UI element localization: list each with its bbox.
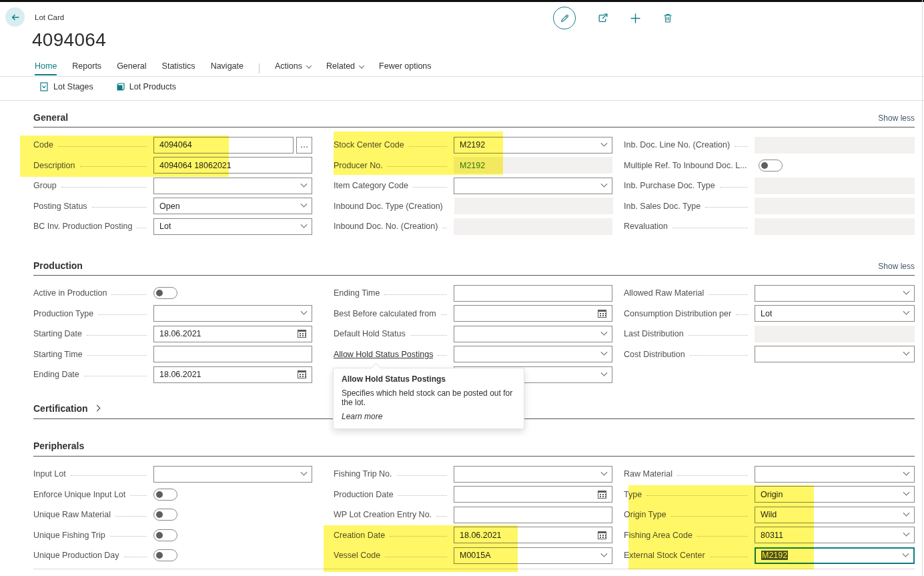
posting-status-select[interactable]: Open <box>153 198 312 214</box>
right-border <box>922 0 923 576</box>
type-control: Origin <box>755 486 915 503</box>
dotted-leader <box>124 557 147 557</box>
origin-type-select[interactable]: Wild <box>755 507 915 523</box>
tab-reports[interactable]: Reports <box>72 61 101 75</box>
best-before-calculated-from-input[interactable] <box>454 305 612 322</box>
chevron-down-icon[interactable] <box>903 550 909 557</box>
chevron-down-icon[interactable] <box>903 489 910 496</box>
allowed-raw-material-select[interactable] <box>755 285 915 302</box>
chevron-down-icon[interactable] <box>601 328 608 335</box>
bc-inv-production-posting-select[interactable]: Lot <box>153 218 312 235</box>
chevron-down-icon[interactable] <box>903 308 910 315</box>
chevron-down-icon[interactable] <box>601 349 608 356</box>
chevron-down-icon[interactable] <box>903 469 910 475</box>
stock-center-code-select[interactable]: M2192 <box>454 137 612 154</box>
tab-general[interactable]: General <box>117 61 146 75</box>
back-button[interactable] <box>5 7 25 27</box>
tab-home[interactable]: Home <box>35 61 57 75</box>
field-row-best-before-calculated-from: Best Before calculated from <box>334 304 612 324</box>
input-lot-select[interactable] <box>153 466 312 483</box>
tooltip-learn-more-link[interactable]: Learn more <box>342 412 382 421</box>
type-select[interactable]: Origin <box>755 486 915 503</box>
enforce-unique-input-lot-toggle[interactable] <box>153 489 177 501</box>
creation-date-input[interactable]: 18.06.2021 <box>454 527 612 543</box>
code-assist-edit-button[interactable]: … <box>296 137 312 154</box>
chevron-down-icon[interactable] <box>601 550 608 557</box>
fishing-area-code-select[interactable]: 80311 <box>755 527 915 543</box>
chevron-down-icon[interactable] <box>601 369 608 376</box>
chevron-down-icon[interactable] <box>601 139 608 146</box>
pencil-icon <box>560 13 570 23</box>
default-hold-status-select[interactable] <box>454 326 612 342</box>
group-select[interactable] <box>153 178 312 194</box>
new-button[interactable] <box>630 13 641 24</box>
production-show-less[interactable]: Show less <box>878 262 915 271</box>
description-control: 4094064 18062021 <box>153 157 312 174</box>
field-row-enforce-unique-input-lot: Enforce Unique Input Lot <box>33 485 312 505</box>
chevron-down-icon[interactable] <box>903 349 910 356</box>
unique-raw-material-toggle[interactable] <box>153 509 177 521</box>
general-show-less[interactable]: Show less <box>878 113 915 123</box>
share-button[interactable] <box>597 13 608 24</box>
vessel-code-select[interactable]: M0015A <box>454 547 612 564</box>
production-date-input[interactable] <box>454 486 612 503</box>
dotted-leader <box>61 187 147 188</box>
ending-date-input[interactable]: 18.06.2021 <box>153 366 312 383</box>
certification-section-title[interactable]: Certification <box>33 403 99 414</box>
unique-production-day-control <box>153 549 312 561</box>
creation-date-value: 18.06.2021 <box>460 531 502 540</box>
calendar-icon[interactable] <box>598 310 606 318</box>
tab-related[interactable]: Related <box>326 61 364 75</box>
dotted-leader <box>130 495 147 496</box>
chevron-down-icon[interactable] <box>301 201 308 208</box>
allow-hold-status-postings-select[interactable] <box>454 346 612 362</box>
chevron-down-icon[interactable] <box>301 308 308 315</box>
origin-type-value: Wild <box>761 510 777 519</box>
chevron-down-icon[interactable] <box>301 221 308 228</box>
lot-stages-button[interactable]: Lot Stages <box>40 82 93 91</box>
item-category-code-select[interactable] <box>454 178 612 194</box>
multiple-ref-to-inbound-doc-l-toggle[interactable] <box>759 160 783 172</box>
revaluation-input <box>755 218 915 235</box>
unique-production-day-toggle[interactable] <box>153 549 177 561</box>
production-type-select[interactable] <box>153 305 312 322</box>
edit-button[interactable] <box>553 7 576 29</box>
production-section-title[interactable]: Production <box>33 260 83 271</box>
unique-fishing-trip-toggle[interactable] <box>153 529 177 541</box>
tab-navigate[interactable]: Navigate <box>211 61 244 75</box>
cost-distribution-select[interactable] <box>755 346 915 362</box>
wp-lot-creation-entry-no-input[interactable] <box>454 507 612 523</box>
general-section-title[interactable]: General <box>33 112 68 123</box>
allow-hold-status-postings-label[interactable]: Allow Hold Status Postings <box>334 350 433 359</box>
ending-time-input[interactable] <box>454 285 612 302</box>
inbound-doc-type-creation-control <box>454 198 613 214</box>
posting-status-value: Open <box>159 202 180 211</box>
code-input[interactable]: 4094064 <box>153 137 294 154</box>
multiple-ref-to-inbound-doc-l-label: Multiple Ref. To Inbound Doc. L... <box>624 161 747 170</box>
external-stock-center-select[interactable]: M2192 <box>755 547 915 564</box>
chevron-down-icon[interactable] <box>601 469 608 475</box>
calendar-icon[interactable] <box>298 370 306 378</box>
chevron-down-icon[interactable] <box>903 530 910 537</box>
calendar-icon[interactable] <box>598 491 606 499</box>
lot-products-button[interactable]: Lot Products <box>116 82 176 91</box>
chevron-down-icon[interactable] <box>601 180 608 187</box>
active-in-production-toggle[interactable] <box>153 287 177 299</box>
calendar-icon[interactable] <box>598 531 606 539</box>
tab-actions[interactable]: Actions <box>275 61 311 75</box>
tab-fewer-options[interactable]: Fewer options <box>379 61 432 75</box>
tab-statistics[interactable]: Statistics <box>162 61 195 75</box>
chevron-down-icon[interactable] <box>903 288 910 294</box>
starting-time-input[interactable] <box>153 346 312 362</box>
chevron-down-icon[interactable] <box>301 180 308 187</box>
chevron-down-icon[interactable] <box>903 509 910 516</box>
consumption-distribution-per-select[interactable]: Lot <box>755 305 915 322</box>
raw-material-select[interactable] <box>755 466 915 483</box>
fishing-trip-no-select[interactable] <box>454 466 612 483</box>
delete-button[interactable] <box>662 13 673 23</box>
description-input[interactable]: 4094064 18062021 <box>153 157 312 174</box>
chevron-down-icon[interactable] <box>301 469 308 475</box>
calendar-icon[interactable] <box>298 330 306 338</box>
starting-date-input[interactable]: 18.06.2021 <box>153 326 312 342</box>
peripherals-section-title[interactable]: Peripherals <box>33 441 84 451</box>
